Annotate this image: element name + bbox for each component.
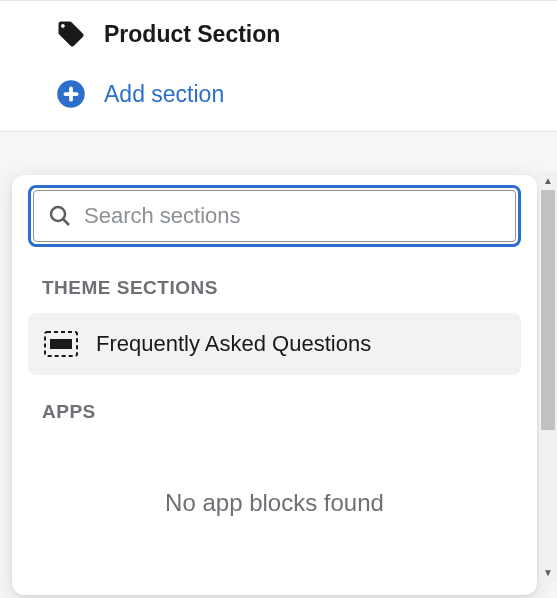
search-input[interactable] bbox=[84, 203, 501, 229]
section-block-icon bbox=[44, 331, 78, 357]
section-option-label: Frequently Asked Questions bbox=[96, 331, 371, 357]
search-focus-ring bbox=[28, 185, 521, 247]
group-header-theme: THEME SECTIONS bbox=[12, 277, 537, 313]
group-header-apps: APPS bbox=[12, 401, 537, 437]
section-row-product[interactable]: Product Section bbox=[0, 1, 557, 67]
scrollbar[interactable]: ▲ ▼ bbox=[539, 172, 557, 582]
apps-empty-state: No app blocks found bbox=[12, 437, 537, 517]
section-title: Product Section bbox=[104, 21, 280, 48]
svg-point-3 bbox=[51, 207, 65, 221]
scrollbar-up-button[interactable]: ▲ bbox=[539, 172, 557, 190]
chevron-down-icon: ▼ bbox=[543, 568, 553, 578]
scrollbar-down-button[interactable]: ▼ bbox=[539, 564, 557, 582]
svg-rect-6 bbox=[50, 339, 72, 349]
empty-message: No app blocks found bbox=[12, 489, 537, 517]
search-icon bbox=[48, 204, 72, 228]
section-option-faq[interactable]: Frequently Asked Questions bbox=[28, 313, 521, 375]
section-picker-panel: THEME SECTIONS Frequently Asked Question… bbox=[12, 175, 537, 595]
svg-line-4 bbox=[63, 219, 69, 225]
search-field-container[interactable] bbox=[33, 190, 516, 242]
add-section-label: Add section bbox=[104, 81, 224, 108]
tag-icon bbox=[56, 19, 86, 49]
chevron-up-icon: ▲ bbox=[543, 176, 553, 186]
add-section-button[interactable]: Add section bbox=[0, 67, 557, 131]
svg-rect-2 bbox=[69, 87, 73, 102]
sections-list: Product Section Add section bbox=[0, 0, 557, 132]
scrollbar-thumb[interactable] bbox=[541, 190, 555, 430]
plus-circle-icon bbox=[56, 79, 86, 109]
